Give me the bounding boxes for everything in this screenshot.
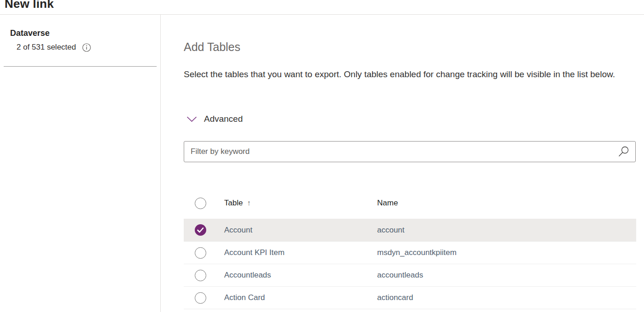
row-checkbox[interactable] [195, 224, 206, 236]
sidebar: Dataverse 2 of 531 selected [0, 15, 161, 312]
sidebar-selection-summary: 2 of 531 selected [17, 43, 91, 52]
advanced-toggle[interactable]: Advanced [186, 114, 243, 124]
table-row[interactable]: Accountleads accountleads [184, 264, 636, 286]
row-name-label: accountleads [377, 271, 636, 280]
table-row[interactable]: Account KPI Item msdyn_accountkpiitem [184, 241, 636, 264]
table-body: Account account Account KPI Item msdyn_a… [184, 219, 636, 309]
table-header-row: Table ↑ Name [184, 192, 636, 214]
chevron-down-icon [186, 116, 197, 122]
filter-box [184, 141, 636, 162]
advanced-label: Advanced [204, 114, 243, 124]
row-table-label: Account KPI Item [224, 248, 377, 257]
panel-description: Select the tables that you want to expor… [184, 67, 636, 81]
select-all-checkbox[interactable] [195, 198, 206, 209]
sidebar-source-name: Dataverse [10, 28, 50, 38]
row-checkbox[interactable] [195, 292, 206, 304]
column-header-name[interactable]: Name [377, 199, 636, 208]
row-name-label: msdyn_accountkpiitem [377, 248, 636, 257]
filter-keyword-input[interactable] [184, 142, 612, 162]
panel-heading: Add Tables [184, 40, 240, 54]
column-header-table-label: Table [224, 199, 243, 208]
sort-ascending-icon: ↑ [247, 199, 251, 207]
sidebar-section-divider [4, 66, 157, 67]
tables-table: Table ↑ Name Account account Account KPI… [184, 192, 636, 309]
magnifier-icon [618, 146, 630, 158]
row-checkbox[interactable] [195, 270, 206, 281]
row-table-label: Action Card [224, 293, 377, 302]
row-checkbox[interactable] [195, 247, 206, 259]
selection-count-label: 2 of 531 selected [17, 43, 76, 52]
table-row[interactable]: Account account [184, 219, 636, 241]
row-table-label: Account [224, 226, 377, 235]
column-header-table[interactable]: Table ↑ [224, 199, 377, 208]
info-circle-icon[interactable] [82, 43, 91, 52]
search-button[interactable] [612, 142, 635, 162]
row-name-label: account [377, 226, 636, 235]
page-title: New link [5, 0, 54, 11]
row-name-label: actioncard [377, 293, 636, 302]
table-row[interactable]: Action Card actioncard [184, 286, 636, 309]
column-header-name-label: Name [377, 199, 398, 208]
row-table-label: Accountleads [224, 271, 377, 280]
